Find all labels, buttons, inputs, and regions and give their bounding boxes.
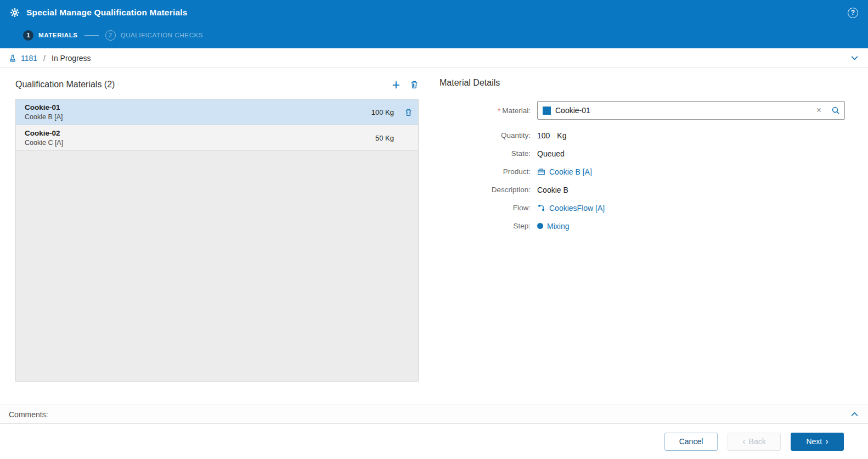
materials-panel-title: Qualification Materials (2) <box>15 80 115 89</box>
material-label-text: Material: <box>502 107 531 115</box>
clear-icon[interactable]: × <box>812 105 826 115</box>
material-details-title: Material Details <box>439 78 845 91</box>
comments-bar[interactable]: Comments: <box>0 405 868 424</box>
next-button[interactable]: Next › <box>791 433 844 451</box>
title-row: Special Manage Qualification Materials ? <box>0 0 868 25</box>
state-value: Queued <box>537 149 565 158</box>
description-value: Cookie B <box>537 186 568 194</box>
flow-label: Flow: <box>439 204 537 212</box>
delete-materials-button[interactable] <box>410 80 419 89</box>
flow-value: CookiesFlow [A] <box>537 204 605 212</box>
main-content: Qualification Materials (2) + Cookie-01 … <box>0 68 868 405</box>
quantity-number: 100 <box>537 131 550 140</box>
material-item-product: Cookie C [A] <box>25 139 63 147</box>
step-field-row: Step: Mixing <box>439 220 845 232</box>
back-label: Back <box>749 437 766 446</box>
quantity-label: Quantity: <box>439 131 537 139</box>
material-item-quantity: 100 Kg <box>371 108 394 116</box>
chevron-right-icon: › <box>825 437 828 446</box>
product-field-row: Product: Cookie B [A] <box>439 166 845 177</box>
wizard-steps: 1 MATERIALS 2 QUALIFICATION CHECKS <box>0 25 868 48</box>
step-materials-label: MATERIALS <box>38 32 78 38</box>
back-button[interactable]: ‹ Back <box>728 433 781 451</box>
chevron-left-icon: ‹ <box>742 437 745 446</box>
chevron-up-icon[interactable] <box>850 410 859 419</box>
product-value: Cookie B [A] <box>537 167 592 176</box>
help-glyph: ? <box>851 9 855 16</box>
material-item-product: Cookie B [A] <box>25 113 63 121</box>
context-bar: 1181 / In Progress <box>0 48 868 68</box>
flow-field-row: Flow: CookiesFlow [A] <box>439 202 845 214</box>
material-list-item[interactable]: Cookie-02 Cookie C [A] 50 Kg <box>16 125 418 151</box>
quantity-value: 100 Kg <box>537 131 566 140</box>
material-field-row: *Material: Cookie-01 × <box>439 101 845 120</box>
lot-number-link[interactable]: 1181 <box>21 54 37 63</box>
help-icon[interactable]: ? <box>848 8 858 18</box>
material-details-panel: Material Details *Material: Cookie-01 × <box>419 78 845 405</box>
material-item-text: Cookie-02 Cookie C [A] <box>25 129 63 147</box>
row-delete-button[interactable] <box>394 108 413 116</box>
step-qualification-checks-label: QUALIFICATION CHECKS <box>121 32 203 38</box>
flow-link[interactable]: CookiesFlow [A] <box>549 204 605 212</box>
product-icon <box>537 167 545 176</box>
flow-icon <box>537 204 545 212</box>
materials-panel-header: Qualification Materials (2) + <box>15 78 419 91</box>
step-label: Step: <box>439 222 537 230</box>
chevron-down-icon[interactable] <box>850 53 859 63</box>
product-link[interactable]: Cookie B [A] <box>549 167 592 176</box>
step-qualification-checks-number: 2 <box>105 30 116 41</box>
step-materials[interactable]: 1 MATERIALS <box>23 30 78 41</box>
material-list-item[interactable]: Cookie-01 Cookie B [A] 100 Kg <box>16 99 418 125</box>
material-item-name: Cookie-01 <box>25 103 63 111</box>
material-lookup-input[interactable]: Cookie-01 × <box>537 101 845 120</box>
quantity-unit: Kg <box>557 131 566 140</box>
material-field-label: *Material: <box>439 107 537 115</box>
wizard-window: Special Manage Qualification Materials ?… <box>0 0 868 459</box>
material-type-icon <box>543 107 551 115</box>
description-label: Description: <box>439 186 537 194</box>
lot-icon <box>9 54 16 62</box>
step-qualification-checks[interactable]: 2 QUALIFICATION CHECKS <box>105 30 203 41</box>
product-label: Product: <box>439 167 537 176</box>
state-label: State: <box>439 149 537 158</box>
material-lookup-value: Cookie-01 <box>555 106 590 115</box>
lot-state-text: In Progress <box>52 54 91 63</box>
materials-list: Cookie-01 Cookie B [A] 100 Kg Cookie-02 … <box>15 99 419 382</box>
step-link[interactable]: Mixing <box>547 222 569 231</box>
breadcrumb-separator: / <box>43 54 46 63</box>
material-item-text: Cookie-01 Cookie B [A] <box>25 103 63 121</box>
quantity-field-row: Quantity: 100 Kg <box>439 130 845 141</box>
material-item-name: Cookie-02 <box>25 129 63 137</box>
search-icon[interactable] <box>830 106 840 115</box>
cancel-button[interactable]: Cancel <box>664 433 718 451</box>
materials-panel-actions: + <box>392 80 419 89</box>
qualification-materials-panel: Qualification Materials (2) + Cookie-01 … <box>15 78 419 405</box>
description-field-row: Description: Cookie B <box>439 184 845 195</box>
material-item-quantity: 50 Kg <box>375 134 394 142</box>
required-marker: * <box>498 107 500 115</box>
step-connector <box>84 35 99 36</box>
step-value: Mixing <box>537 222 569 231</box>
cancel-label: Cancel <box>679 437 703 446</box>
add-material-button[interactable]: + <box>392 80 400 89</box>
step-materials-number: 1 <box>23 30 33 41</box>
state-field-row: State: Queued <box>439 148 845 159</box>
page-title: Special Manage Qualification Materials <box>26 8 188 18</box>
comments-label: Comments: <box>9 410 48 419</box>
step-icon <box>537 223 543 229</box>
gear-icon <box>10 8 20 18</box>
wizard-footer: Cancel ‹ Back Next › <box>0 424 868 459</box>
next-label: Next <box>806 437 822 446</box>
wizard-header: Special Manage Qualification Materials ?… <box>0 0 868 48</box>
